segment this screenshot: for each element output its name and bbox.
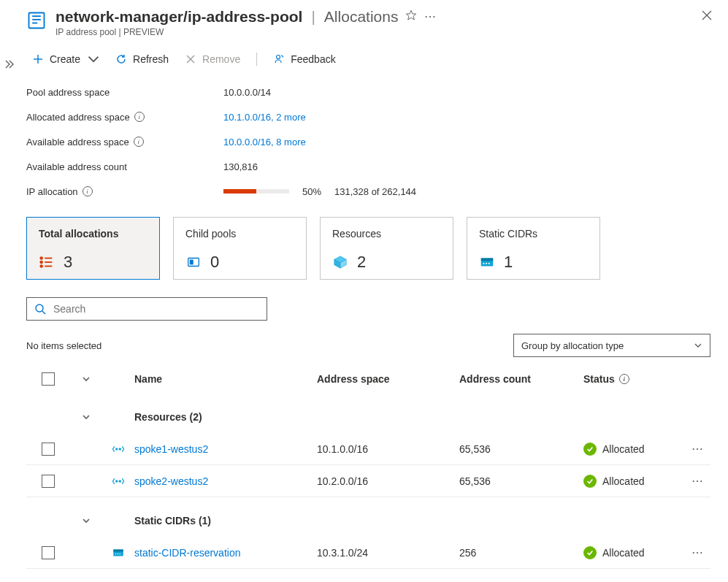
svg-point-14 (40, 261, 42, 264)
card-count: 2 (357, 253, 366, 272)
group-by-select[interactable]: Group by allocation type (513, 334, 710, 357)
available-address-space-value[interactable]: 10.0.0.0/16, 8 more (223, 137, 306, 148)
svg-rect-0 (29, 13, 45, 28)
resource-link[interactable]: spoke2-westus2 (134, 475, 208, 487)
success-icon (583, 443, 597, 456)
card-child-pools[interactable]: Child pools 0 (173, 217, 307, 280)
success-icon (583, 546, 597, 559)
remove-label: Remove (202, 53, 240, 65)
search-box[interactable] (26, 297, 267, 321)
row-more-icon[interactable]: ⋯ (691, 445, 705, 453)
address-space-value: 10.3.1.0/24 (317, 547, 459, 559)
chevron-down-icon (694, 341, 702, 350)
group-label: Resources (2) (134, 411, 710, 423)
table-row: static-CIDR-reservation10.3.1.0/24256All… (26, 537, 710, 569)
chevron-down-icon[interactable] (82, 413, 91, 421)
allocation-cards: Total allocations 3 Child pools (22, 217, 715, 297)
feedback-button[interactable]: Feedback (267, 49, 341, 69)
address-count-value: 256 (459, 547, 583, 559)
breadcrumb-resource[interactable]: network-manager/ip-address-pool (55, 8, 302, 26)
resource-type-icon (102, 546, 134, 559)
allocation-percent: 50% (302, 186, 321, 197)
card-count: 1 (504, 253, 513, 272)
svg-point-30 (116, 448, 118, 449)
svg-rect-24 (481, 259, 494, 261)
info-icon[interactable]: i (134, 112, 145, 122)
svg-point-38 (120, 553, 121, 554)
svg-point-27 (488, 263, 490, 264)
row-more-icon[interactable]: ⋯ (691, 549, 705, 556)
info-icon[interactable]: i (619, 374, 629, 384)
selection-status: No items selected (26, 340, 101, 351)
close-icon[interactable] (699, 7, 715, 26)
svg-point-16 (40, 265, 42, 267)
card-resources[interactable]: Resources 2 (320, 217, 453, 280)
svg-point-26 (486, 263, 487, 264)
status-badge: Allocated (583, 475, 645, 488)
row-checkbox[interactable] (42, 475, 55, 488)
address-count-value: 65,536 (459, 475, 583, 487)
favorite-icon[interactable] (405, 9, 417, 23)
row-checkbox[interactable] (42, 443, 55, 456)
resource-link[interactable]: spoke1-westus2 (134, 443, 208, 455)
table-row: spoke2-westus210.2.0.0/1665,536Allocated… (26, 465, 710, 497)
refresh-button[interactable]: Refresh (110, 49, 175, 69)
toolbar-separator (256, 53, 257, 66)
header-status[interactable]: Status (583, 373, 615, 385)
status-badge: Allocated (583, 443, 645, 456)
ip-allocation-label: IP allocation (26, 186, 78, 197)
address-count-value: 65,536 (459, 443, 583, 455)
remove-button: Remove (179, 49, 246, 69)
pool-icon (185, 254, 202, 270)
header-name[interactable]: Name (134, 373, 317, 385)
svg-line-29 (42, 311, 45, 314)
more-icon[interactable]: ⋯ (424, 12, 437, 22)
list-icon (39, 254, 55, 270)
create-button[interactable]: Create (26, 49, 105, 69)
select-all-checkbox[interactable] (42, 372, 55, 386)
cidr-icon (479, 254, 495, 270)
table-group-header[interactable]: Static CIDRs (1) (26, 505, 710, 537)
allocation-count: 131,328 of 262,144 (334, 186, 416, 197)
create-label: Create (50, 53, 80, 65)
allocation-progress-bar (223, 189, 289, 194)
table-group-header[interactable]: Resources (2) (26, 401, 710, 433)
card-title: Resources (332, 228, 441, 240)
breadcrumb-separator: | (310, 8, 316, 26)
pool-address-space-label: Pool address space (26, 87, 223, 98)
chevron-down-icon[interactable] (82, 516, 91, 525)
page-header: network-manager/ip-address-pool | Alloca… (22, 0, 715, 45)
svg-point-31 (119, 448, 120, 449)
pool-summary: Pool address space 10.0.0.0/14 Allocated… (22, 80, 715, 217)
card-count: 3 (64, 253, 72, 272)
info-icon[interactable]: i (83, 186, 93, 196)
group-label: Static CIDRs (1) (134, 515, 710, 527)
table-row: spoke1-westus210.1.0.0/1665,536Allocated… (26, 433, 710, 465)
allocated-address-space-value[interactable]: 10.1.0.0/16, 2 more (223, 112, 306, 123)
row-checkbox[interactable] (42, 546, 55, 559)
table-header: Name Address space Address count Status … (26, 364, 710, 394)
resource-icon (26, 10, 47, 31)
card-title: Static CIDRs (479, 228, 588, 240)
card-title: Total allocations (39, 228, 147, 240)
card-title: Child pools (185, 228, 294, 240)
svg-point-12 (40, 257, 42, 259)
address-space-value: 10.1.0.0/16 (317, 443, 459, 455)
card-total-allocations[interactable]: Total allocations 3 (26, 217, 160, 280)
svg-marker-4 (407, 10, 416, 20)
header-address-count[interactable]: Address count (459, 373, 583, 385)
card-static-cidrs[interactable]: Static CIDRs 1 (467, 217, 600, 280)
info-icon[interactable]: i (134, 137, 144, 147)
chevron-down-icon[interactable] (82, 375, 91, 383)
svg-rect-19 (190, 260, 193, 264)
svg-point-37 (118, 553, 119, 554)
available-address-count-value: 130,816 (223, 161, 258, 172)
page-subtitle: IP address pool | PREVIEW (55, 27, 715, 37)
resource-type-icon (102, 475, 134, 488)
expand-rail-icon[interactable] (5, 58, 17, 582)
search-input[interactable] (53, 303, 259, 315)
row-more-icon[interactable]: ⋯ (691, 478, 705, 485)
resource-link[interactable]: static-CIDR-reservation (134, 547, 240, 559)
svg-point-36 (115, 553, 117, 554)
header-address-space[interactable]: Address space (317, 373, 459, 385)
